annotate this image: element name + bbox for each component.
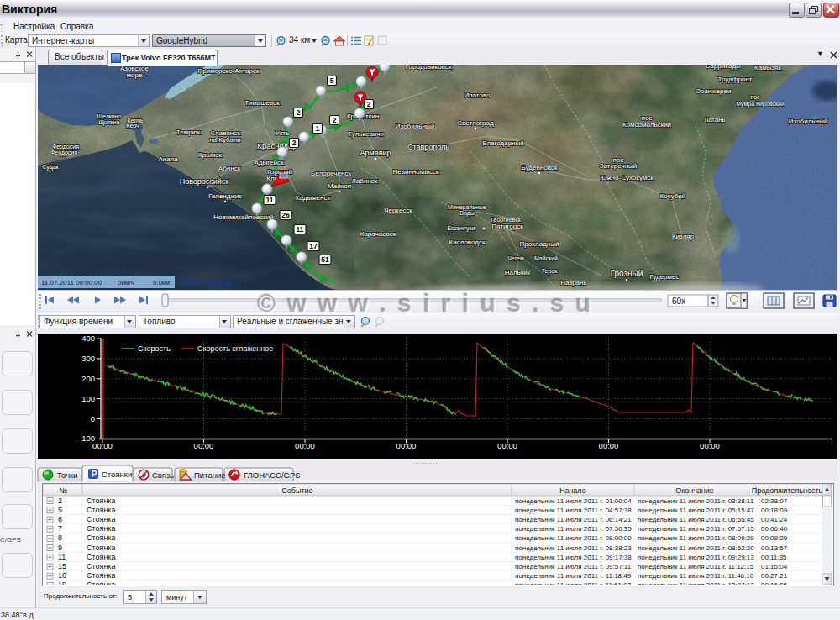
svg-text:00:18:09: 00:18:09 bbox=[761, 507, 788, 514]
svg-text:00:00: 00:00 bbox=[396, 441, 417, 450]
svg-text:5: 5 bbox=[58, 506, 62, 514]
svg-text:понедельник 11 июля 2011 г. 09: понедельник 11 июля 2011 г. 09:17:38 bbox=[515, 554, 632, 561]
svg-text:Стоянка: Стоянка bbox=[87, 544, 116, 552]
svg-text:0: 0 bbox=[91, 414, 95, 423]
svg-text:Прохладный: Прохладный bbox=[520, 240, 559, 248]
svg-text:0.0км: 0.0км bbox=[153, 279, 170, 286]
svg-text:00:13:57: 00:13:57 bbox=[761, 544, 788, 552]
svg-text:Продолжительность: Продолжительность bbox=[752, 486, 823, 495]
svg-text:2011 ТелеМеханика: 2011 ТелеМеханика bbox=[178, 279, 237, 286]
svg-text:Пятигорск: Пятигорск bbox=[491, 223, 523, 230]
svg-text:№: № bbox=[59, 486, 67, 495]
svg-text:Светлоград: Светлоград bbox=[457, 119, 494, 127]
svg-text:Начало: Начало bbox=[559, 486, 585, 495]
svg-text:Мумра Кировский: Мумра Кировский bbox=[736, 101, 785, 108]
svg-text:Белореченск: Белореченск bbox=[311, 170, 351, 177]
svg-text:02:38:07: 02:38:07 bbox=[761, 497, 788, 505]
svg-text:Адыгейск: Адыгейск bbox=[255, 159, 284, 166]
svg-text:понедельник 11 июля 2011 г. 07: понедельник 11 июля 2011 г. 07:57:15 bbox=[638, 525, 754, 533]
svg-text:00:00: 00:00 bbox=[599, 441, 619, 450]
svg-text:Стоянка: Стоянка bbox=[87, 571, 116, 580]
svg-text:00:09:29: 00:09:29 bbox=[761, 534, 788, 542]
svg-text:Усть: Усть bbox=[276, 129, 289, 137]
svg-text:Стоянки: Стоянки bbox=[102, 470, 132, 479]
svg-text:Новороссийск: Новороссийск bbox=[180, 177, 229, 186]
svg-text:понедельник 11 июля 2011 г. 08: понедельник 11 июля 2011 г. 08:09:29 bbox=[638, 534, 754, 542]
svg-text:ГЛОНАСС/GPS: ГЛОНАСС/GPS bbox=[244, 470, 301, 480]
svg-text:2: 2 bbox=[333, 116, 337, 124]
svg-text:11: 11 bbox=[58, 553, 66, 561]
svg-text:Городовиковск: Городовиковск bbox=[406, 65, 452, 71]
svg-text:Майкоп: Майкоп bbox=[328, 182, 351, 190]
svg-text:Связь: Связь bbox=[152, 470, 174, 480]
svg-text:00:06:40: 00:06:40 bbox=[761, 525, 788, 533]
svg-text:5: 5 bbox=[330, 76, 334, 85]
svg-text:Керч: Керч bbox=[126, 123, 139, 129]
svg-text:2: 2 bbox=[58, 497, 62, 505]
svg-text:Нальчик: Нальчик bbox=[505, 269, 531, 276]
svg-text:Стоянка: Стоянка bbox=[87, 524, 116, 533]
svg-text:Воды: Воды bbox=[459, 210, 475, 217]
svg-text:понедельник 11 июля 2011 г. 06: понедельник 11 июля 2011 г. 06:55:45 bbox=[638, 516, 754, 523]
svg-text:понедельник 11 июля 2011 г. 07: понедельник 11 июля 2011 г. 07:50:35 bbox=[515, 525, 632, 533]
svg-text:00:27:21: 00:27:21 bbox=[761, 572, 788, 580]
svg-text:7: 7 bbox=[58, 524, 62, 533]
svg-text:60x: 60x bbox=[672, 297, 685, 306]
svg-text:Гудермес: Гудермес bbox=[649, 273, 679, 281]
svg-text:Темрюк: Темрюк bbox=[176, 129, 201, 136]
svg-text:Кизляр: Кизляр bbox=[672, 233, 695, 240]
svg-text:Ипатово: Ипатово bbox=[465, 92, 491, 99]
svg-text:300: 300 bbox=[81, 354, 95, 363]
svg-text:понедельник 11 июля 2011 г. 11: понедельник 11 июля 2011 г. 11:51:07 bbox=[515, 581, 632, 585]
svg-text:Крымск: Крымск bbox=[198, 151, 222, 159]
svg-text:Скорость сглаженное: Скорость сглаженное bbox=[197, 344, 273, 353]
svg-text:1: 1 bbox=[316, 124, 320, 133]
svg-text:Точки: Точки bbox=[57, 470, 78, 480]
svg-text:Кисловодск: Кисловодск bbox=[449, 239, 486, 246]
svg-text:15: 15 bbox=[58, 562, 66, 570]
svg-text:Назрань: Назрань bbox=[560, 279, 586, 286]
svg-text:понедельник 11 июля 2011 г. 08: понедельник 11 июля 2011 г. 08:52:20 bbox=[638, 544, 754, 552]
svg-text:Баррикады: Баррикады bbox=[706, 65, 741, 70]
svg-text:Питание: Питание bbox=[194, 470, 226, 480]
svg-text:Чегем: Чегем bbox=[507, 255, 524, 261]
svg-text:Абинск: Абинск bbox=[218, 165, 241, 172]
svg-text:Армавир: Армавир bbox=[360, 149, 391, 157]
svg-text:понедельник 11 июля 2011 г. 08: понедельник 11 июля 2011 г. 08:38:23 bbox=[515, 544, 632, 552]
svg-text:00:11:35: 00:11:35 bbox=[761, 554, 787, 561]
svg-text:Анапа: Анапа bbox=[159, 155, 179, 163]
svg-text:26: 26 bbox=[281, 211, 290, 219]
svg-text:00:41:24: 00:41:24 bbox=[761, 516, 788, 523]
svg-text:Щолкне: Щолкне bbox=[98, 119, 119, 126]
svg-text:Стоянка: Стоянка bbox=[87, 506, 116, 514]
svg-text:Лагань: Лагань bbox=[704, 116, 725, 123]
svg-text:понедельник 11 июля 2011 г. 11: понедельник 11 июля 2011 г. 11:46:10 bbox=[638, 572, 754, 580]
svg-text:00:00: 00:00 bbox=[700, 441, 720, 450]
svg-text:11.07.2011 00:00:00: 11.07.2011 00:00:00 bbox=[41, 279, 102, 286]
svg-text:Кочубей: Кочубей bbox=[660, 192, 686, 200]
svg-text:11: 11 bbox=[266, 196, 274, 204]
svg-text:Стоянка: Стоянка bbox=[87, 533, 116, 542]
svg-text:Невинномысск: Невинномысск bbox=[393, 168, 439, 176]
svg-text:00:00: 00:00 bbox=[295, 441, 315, 450]
svg-text:Тимашевск: Тимашевск bbox=[244, 99, 280, 107]
svg-text:Стоянка: Стоянка bbox=[87, 553, 116, 561]
svg-text:17: 17 bbox=[309, 242, 318, 250]
svg-text:Стоянка: Стоянка bbox=[87, 497, 116, 505]
svg-text:понедельник 11 июля 2011 г. 08: понедельник 11 июля 2011 г. 08:00:00 bbox=[515, 534, 632, 542]
svg-text:Комсомольский: Комсомольский bbox=[622, 121, 671, 129]
svg-text:Буденновск: Буденновск bbox=[522, 164, 558, 171]
svg-text:Южно-Сухокумск: Южно-Сухокумск bbox=[600, 174, 654, 181]
svg-text:01:15:04: 01:15:04 bbox=[761, 563, 788, 570]
svg-text:Стоянка: Стоянка bbox=[87, 562, 116, 570]
svg-text:Гулькевичи: Гулькевичи bbox=[349, 130, 384, 138]
svg-text:9: 9 bbox=[58, 544, 62, 552]
svg-text:Камызяк: Камызяк bbox=[754, 65, 781, 71]
svg-text:0км/ч: 0км/ч bbox=[118, 279, 134, 286]
svg-text:51: 51 bbox=[321, 255, 329, 264]
svg-text:понедельник 11 июля 2011 г. 09: понедельник 11 июля 2011 г. 09:57:11 bbox=[515, 563, 632, 570]
svg-text:Терек: Терек bbox=[542, 268, 559, 275]
svg-text:на Кубани: на Кубани bbox=[209, 136, 241, 144]
svg-text:16: 16 bbox=[58, 571, 66, 580]
svg-text:Лабинск: Лабинск bbox=[352, 177, 378, 185]
